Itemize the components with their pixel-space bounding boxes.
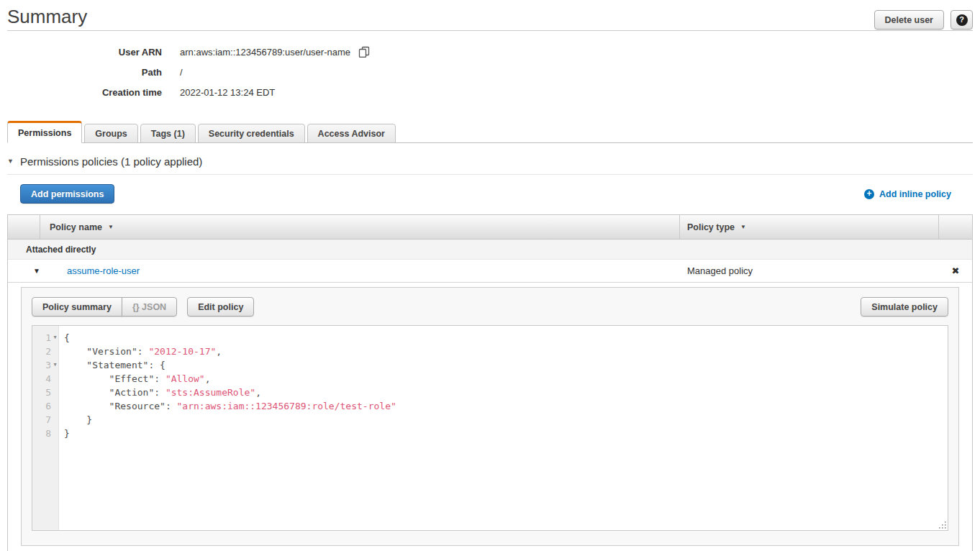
line-number: 8 (32, 427, 51, 440)
user-arn-label: User ARN (7, 47, 180, 58)
code-line: 5 "Action": "sts:AssumeRole", (32, 386, 948, 399)
fold-spacer (51, 386, 59, 399)
collapse-row-icon[interactable]: ▼ (33, 267, 40, 275)
expand-column-header (8, 215, 40, 239)
sort-caret-icon: ▼ (108, 224, 114, 230)
policy-name-link[interactable]: assume-role-user (67, 265, 140, 276)
detach-policy-icon[interactable]: ✖ (952, 266, 960, 276)
user-arn-value: arn:aws:iam::123456789:user/user-name (180, 47, 350, 58)
attached-directly-group-row: Attached directly (8, 240, 972, 260)
policy-panel: Policy summary {} JSON Edit policy Simul… (21, 287, 959, 546)
tab-access-advisor[interactable]: Access Advisor (307, 124, 396, 143)
action-column-header (939, 215, 972, 239)
section-divider (7, 174, 973, 175)
policy-table: Policy name ▼ Policy type ▼ Attached dir… (7, 214, 973, 551)
page-title: Summary (7, 6, 87, 28)
policy-name-column-header[interactable]: Policy name ▼ (40, 215, 680, 239)
json-view-button[interactable]: {} JSON (122, 297, 177, 317)
fold-caret-icon[interactable]: ▼ (51, 358, 59, 372)
creation-time-value: 2022-01-12 13:24 EDT (180, 87, 275, 98)
code-text: "Statement": { (59, 358, 165, 372)
code-line: 8} (32, 427, 948, 440)
policy-summary-button[interactable]: Policy summary (32, 297, 122, 317)
expanded-policy-detail: Policy summary {} JSON Edit policy Simul… (8, 283, 972, 551)
chevron-down-icon: ▼ (7, 158, 14, 165)
edit-policy-button[interactable]: Edit policy (187, 297, 254, 317)
line-number: 3 (32, 358, 51, 372)
help-button[interactable]: ? (950, 10, 973, 29)
detail-row-creation-time: Creation time 2022-01-12 13:24 EDT (7, 82, 973, 102)
detail-row-user-arn: User ARN arn:aws:iam::123456789:user/use… (7, 42, 973, 62)
code-text: } (59, 413, 92, 427)
fold-spacer (51, 372, 59, 386)
detail-row-path: Path / (7, 62, 973, 82)
creation-time-label: Creation time (7, 87, 180, 98)
fold-spacer (51, 413, 59, 427)
delete-user-button[interactable]: Delete user (874, 10, 944, 29)
user-details: User ARN arn:aws:iam::123456789:user/use… (7, 31, 973, 111)
plus-circle-icon: + (864, 189, 874, 199)
add-permissions-button[interactable]: Add permissions (20, 184, 114, 204)
policy-json-code: 1▼{2 "Version": "2012-10-17",3▼ "Stateme… (32, 326, 948, 440)
line-number: 7 (32, 413, 51, 427)
policy-type-column-header[interactable]: Policy type ▼ (680, 215, 939, 239)
iam-user-summary-page: Summary Delete user ? User ARN arn:aws:i… (0, 0, 980, 551)
line-number: 4 (32, 372, 51, 386)
policy-type-value: Managed policy (680, 265, 939, 276)
add-inline-policy-link[interactable]: + Add inline policy (864, 189, 951, 199)
tab-bar: Permissions Groups Tags (1) Security cre… (7, 121, 973, 143)
policy-actions-row: Add permissions + Add inline policy (7, 184, 973, 204)
copy-icon[interactable] (358, 46, 370, 58)
code-text: "Effect": "Allow", (59, 372, 211, 386)
path-label: Path (7, 67, 180, 78)
policy-detail-toolbar: Policy summary {} JSON Edit policy Simul… (32, 297, 948, 317)
permissions-policies-section-toggle[interactable]: ▼ Permissions policies (1 policy applied… (7, 155, 973, 168)
simulate-policy-button[interactable]: Simulate policy (861, 297, 948, 317)
table-row: ▼ assume-role-user Managed policy ✖ (8, 260, 972, 283)
permissions-policies-title: Permissions policies (1 policy applied) (20, 155, 202, 168)
tab-tags[interactable]: Tags (1) (140, 124, 196, 143)
code-line: 6 "Resource": "arn:aws:iam::123456789:ro… (32, 399, 948, 413)
code-line: 1▼{ (32, 331, 948, 345)
code-line: 4 "Effect": "Allow", (32, 372, 948, 386)
code-text: "Resource": "arn:aws:iam::123456789:role… (59, 399, 396, 413)
tab-permissions[interactable]: Permissions (7, 121, 82, 143)
fold-spacer (51, 345, 59, 358)
question-mark-icon: ? (956, 14, 968, 26)
code-line: 7 } (32, 413, 948, 427)
tab-security-credentials[interactable]: Security credentials (198, 124, 305, 143)
line-number: 5 (32, 386, 51, 399)
line-number: 6 (32, 399, 51, 413)
view-segmented-control: Policy summary {} JSON (32, 297, 177, 317)
sort-caret-icon: ▼ (740, 224, 746, 230)
fold-spacer (51, 427, 59, 440)
json-policy-editor[interactable]: 1▼{2 "Version": "2012-10-17",3▼ "Stateme… (32, 325, 948, 531)
path-value: / (180, 67, 183, 78)
fold-spacer (51, 399, 59, 413)
code-text: "Action": "sts:AssumeRole", (59, 386, 261, 399)
code-text: { (59, 331, 70, 345)
page-header: Summary Delete user ? (7, 0, 973, 30)
line-number: 2 (32, 345, 51, 358)
code-line: 2 "Version": "2012-10-17", (32, 345, 948, 358)
line-number: 1 (32, 331, 51, 345)
header-actions: Delete user ? (874, 10, 973, 29)
code-line: 3▼ "Statement": { (32, 358, 948, 372)
fold-caret-icon[interactable]: ▼ (51, 331, 59, 345)
tab-groups[interactable]: Groups (84, 124, 137, 143)
code-text: "Version": "2012-10-17", (59, 345, 222, 358)
code-text: } (59, 427, 70, 440)
policy-table-header: Policy name ▼ Policy type ▼ (8, 215, 972, 240)
resize-handle-icon[interactable] (938, 520, 947, 529)
